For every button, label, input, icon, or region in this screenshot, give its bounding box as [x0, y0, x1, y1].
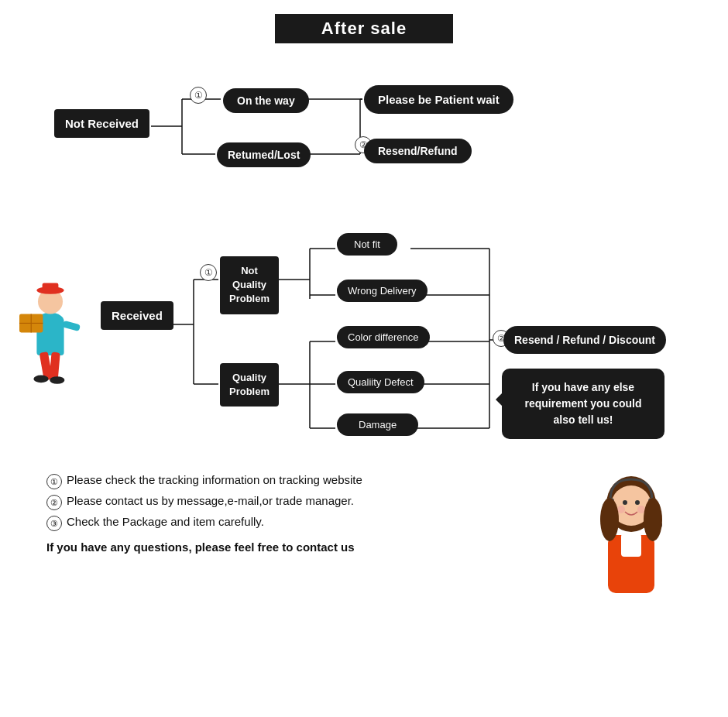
svg-point-54 [600, 498, 619, 541]
main-content: ① Not Received On the way Retumed/Lost ②… [0, 51, 728, 612]
svg-rect-50 [621, 533, 641, 557]
svg-point-48 [637, 506, 645, 513]
delivery-person-icon [8, 272, 93, 396]
circle-1-note: ① [46, 474, 62, 489]
returned-lost-box: Retumed/Lost [217, 142, 311, 167]
svg-point-37 [50, 376, 64, 384]
wrong-delivery-box: Wrong Delivery [337, 280, 428, 302]
quality-problem-box: QualityProblem [220, 363, 279, 407]
not-received-section: ① Not Received On the way Retumed/Lost ②… [31, 74, 697, 198]
circle-1-nr: ① [190, 87, 207, 104]
svg-point-46 [635, 500, 640, 505]
circle-3-note: ③ [46, 516, 62, 531]
circle-1-recv: ① [200, 264, 217, 281]
quality-defect-box: Qualiity Defect [337, 371, 424, 393]
resend-refund-discount-box: Resend / Refund / Discount [503, 326, 666, 354]
svg-point-55 [644, 498, 662, 541]
received-section: ① Received NotQualityProblem QualityProb… [31, 210, 697, 450]
resend-refund-top-box: Resend/Refund [364, 139, 472, 163]
flow-diagram: ① Not Received On the way Retumed/Lost ②… [31, 74, 697, 450]
svg-rect-33 [43, 283, 59, 291]
speech-bubble: If you have any elserequirement you coul… [502, 369, 664, 439]
not-quality-problem-box: NotQualityProblem [220, 256, 279, 314]
svg-point-36 [33, 376, 48, 383]
bottom-notes: ① Please check the tracking information … [46, 473, 581, 558]
support-lady-icon [581, 465, 682, 605]
page-title: After sale [275, 14, 453, 43]
not-received-box: Not Received [54, 109, 149, 138]
header: After sale [0, 0, 728, 51]
note-2: ② Please contact us by message,e-mail,or… [46, 494, 581, 510]
svg-point-47 [617, 506, 625, 513]
bottom-section: ① Please check the tracking information … [31, 473, 697, 605]
color-difference-box: Color difference [337, 326, 430, 348]
svg-rect-42 [62, 321, 81, 331]
svg-rect-35 [49, 352, 60, 381]
patient-wait-box: Please be Patient wait [364, 85, 513, 114]
note-3: ③ Check the Package and item carefully. [46, 515, 581, 531]
damage-box: Damage [337, 413, 418, 436]
received-box: Received [101, 301, 173, 330]
not-fit-box: Not fit [337, 233, 397, 256]
circle-2-note: ② [46, 495, 62, 510]
svg-point-45 [623, 500, 627, 505]
note-1: ① Please check the tracking information … [46, 473, 581, 489]
on-the-way-box: On the way [223, 88, 309, 113]
contact-text: If you have any questions, please feel f… [46, 540, 581, 554]
